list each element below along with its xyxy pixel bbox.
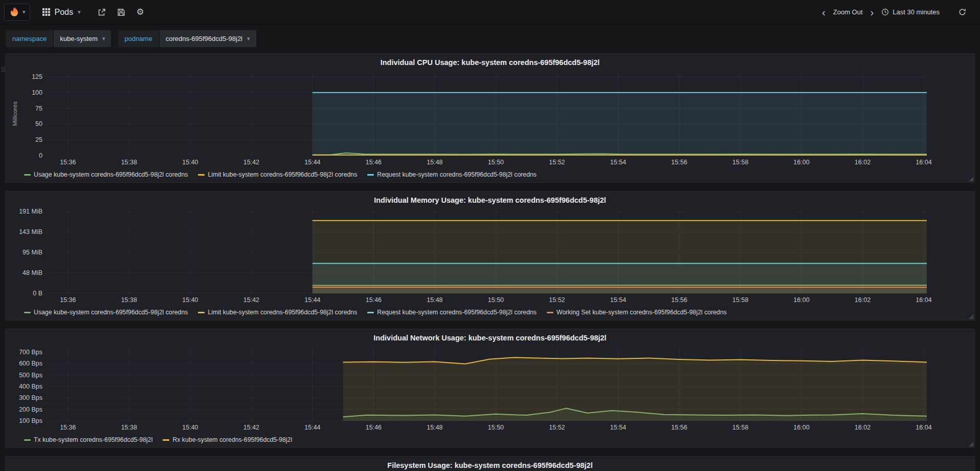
svg-text:15:52: 15:52: [549, 159, 565, 166]
network-usage-chart[interactable]: 100 Bps200 Bps300 Bps400 Bps500 Bps600 B…: [10, 344, 970, 434]
legend-series-label: Rx kube-system coredns-695f96dcd5-98j2l: [172, 436, 292, 443]
svg-text:15:42: 15:42: [243, 424, 259, 431]
caret-down-icon: ▾: [78, 9, 81, 15]
dashboard-canvas: ⠿ Individual CPU Usage: kube-system core…: [0, 52, 980, 471]
svg-text:300 Bps: 300 Bps: [19, 394, 42, 401]
svg-text:15:38: 15:38: [121, 424, 137, 431]
svg-text:16:02: 16:02: [855, 159, 871, 166]
svg-text:600 Bps: 600 Bps: [19, 360, 42, 367]
svg-text:75: 75: [35, 105, 42, 112]
panel-title-memory[interactable]: Individual Memory Usage: kube-system cor…: [10, 194, 970, 206]
grafana-menu-button[interactable]: ▾: [4, 4, 30, 21]
svg-text:95 MiB: 95 MiB: [23, 249, 42, 256]
svg-text:15:52: 15:52: [549, 296, 565, 304]
legend-item[interactable]: Usage kube-system coredns-695f96dcd5-98j…: [24, 309, 188, 316]
legend-item[interactable]: Usage kube-system coredns-695f96dcd5-98j…: [24, 171, 188, 178]
clock-icon: [881, 8, 889, 16]
legend-series-label: Usage kube-system coredns-695f96dcd5-98j…: [34, 171, 188, 178]
legend-item[interactable]: Limit kube-system coredns-695f96dcd5-98j…: [198, 309, 357, 316]
svg-text:400 Bps: 400 Bps: [19, 383, 42, 390]
legend-series-color-icon: [198, 312, 205, 313]
svg-text:15:42: 15:42: [243, 159, 259, 166]
dashboard-title-button[interactable]: Pods ▾: [37, 5, 86, 20]
legend-series-color-icon: [547, 312, 553, 313]
svg-text:15:36: 15:36: [60, 159, 76, 166]
legend-series-label: Usage kube-system coredns-695f96dcd5-98j…: [34, 309, 188, 316]
refresh-button[interactable]: [953, 5, 972, 19]
panel-resize-handle[interactable]: [969, 314, 973, 319]
panel-title-filesystem[interactable]: Filesystem Usage: kube-system coredns-69…: [10, 459, 970, 471]
svg-text:15:48: 15:48: [427, 296, 442, 304]
variable-podname-value: coredns-695f96dcd5-98j2l: [166, 35, 242, 42]
svg-text:16:04: 16:04: [916, 296, 931, 304]
zoom-out-button[interactable]: Zoom Out: [829, 5, 867, 19]
svg-text:16:00: 16:00: [793, 159, 809, 166]
svg-text:15:56: 15:56: [671, 159, 687, 166]
svg-text:15:44: 15:44: [304, 159, 320, 166]
share-dashboard-button[interactable]: [92, 5, 112, 19]
save-dashboard-button[interactable]: [112, 5, 131, 19]
legend-series-color-icon: [24, 312, 31, 313]
panel-title-cpu[interactable]: Individual CPU Usage: kube-system coredn…: [10, 56, 970, 69]
legend-item[interactable]: Tx kube-system coredns-695f96dcd5-98j2l: [24, 436, 152, 443]
variable-podname: podname coredns-695f96dcd5-98j2l ▾: [118, 30, 256, 47]
template-variables-bar: namespace kube-system ▾ podname coredns-…: [0, 25, 980, 52]
save-icon: [117, 8, 125, 16]
legend-item[interactable]: Request kube-system coredns-695f96dcd5-9…: [367, 309, 537, 316]
svg-text:15:56: 15:56: [671, 424, 687, 431]
caret-down-icon: ▾: [102, 36, 105, 41]
legend-item[interactable]: Working Set kube-system coredns-695f96dc…: [547, 309, 727, 316]
variable-podname-select[interactable]: coredns-695f96dcd5-98j2l ▾: [160, 30, 256, 47]
cpu-usage-chart[interactable]: 025507510012515:3615:3815:4015:4215:4415…: [10, 69, 970, 169]
legend-series-color-icon: [367, 312, 374, 313]
svg-text:15:58: 15:58: [732, 159, 748, 166]
svg-text:15:48: 15:48: [427, 159, 442, 166]
legend-series-label: Tx kube-system coredns-695f96dcd5-98j2l: [34, 436, 152, 443]
cpu-usage-legend: Usage kube-system coredns-695f96dcd5-98j…: [10, 169, 970, 180]
panel-resize-handle[interactable]: [969, 177, 973, 181]
legend-series-color-icon: [198, 174, 205, 176]
svg-text:15:48: 15:48: [427, 424, 442, 431]
panel-title-network[interactable]: Individual Network Usage: kube-system co…: [10, 332, 970, 344]
legend-series-color-icon: [24, 439, 31, 441]
panel-resize-handle[interactable]: [969, 442, 973, 446]
svg-text:25: 25: [35, 136, 42, 143]
settings-button[interactable]: ⚙: [131, 5, 150, 19]
share-icon: [98, 8, 106, 16]
svg-text:0 B: 0 B: [33, 290, 42, 297]
memory-usage-legend: Usage kube-system coredns-695f96dcd5-98j…: [10, 307, 970, 318]
legend-item[interactable]: Limit kube-system coredns-695f96dcd5-98j…: [198, 171, 357, 178]
svg-text:15:36: 15:36: [60, 296, 76, 304]
svg-text:15:40: 15:40: [182, 296, 198, 304]
svg-text:15:46: 15:46: [366, 424, 382, 431]
svg-text:16:02: 16:02: [855, 424, 871, 431]
svg-text:15:58: 15:58: [732, 296, 748, 304]
svg-text:500 Bps: 500 Bps: [19, 372, 42, 379]
svg-text:48 MiB: 48 MiB: [23, 269, 42, 276]
dashboard-title: Pods: [55, 8, 73, 17]
legend-item[interactable]: Request kube-system coredns-695f96dcd5-9…: [367, 171, 537, 178]
caret-down-icon: ▾: [247, 36, 250, 41]
time-shift-right-button[interactable]: ›: [867, 8, 878, 17]
svg-text:100 Bps: 100 Bps: [19, 417, 42, 424]
variable-podname-label: podname: [118, 30, 158, 47]
panel-filesystem-usage: Filesystem Usage: kube-system coredns-69…: [5, 456, 975, 471]
svg-text:16:02: 16:02: [855, 296, 871, 304]
svg-text:15:54: 15:54: [610, 159, 626, 166]
svg-text:100: 100: [32, 89, 42, 96]
legend-item[interactable]: Rx kube-system coredns-695f96dcd5-98j2l: [163, 436, 292, 443]
svg-text:700 Bps: 700 Bps: [19, 349, 42, 356]
svg-text:15:46: 15:46: [366, 159, 382, 166]
memory-usage-chart[interactable]: 0 B48 MiB95 MiB143 MiB191 MiB15:3615:381…: [10, 206, 970, 307]
legend-series-label: Limit kube-system coredns-695f96dcd5-98j…: [208, 171, 357, 178]
svg-text:191 MiB: 191 MiB: [19, 208, 42, 215]
svg-text:15:42: 15:42: [243, 296, 259, 304]
variable-namespace-select[interactable]: kube-system ▾: [54, 30, 111, 47]
time-shift-left-button[interactable]: ‹: [818, 8, 829, 17]
legend-series-label: Limit kube-system coredns-695f96dcd5-98j…: [208, 309, 357, 316]
legend-series-color-icon: [24, 174, 31, 176]
time-range-label: Last 30 minutes: [893, 8, 940, 16]
navbar: ▾ Pods ▾ ⚙ ‹ Zoom Out: [0, 0, 980, 25]
svg-text:Millicores: Millicores: [12, 101, 18, 126]
time-range-picker-button[interactable]: Last 30 minutes: [877, 5, 944, 19]
